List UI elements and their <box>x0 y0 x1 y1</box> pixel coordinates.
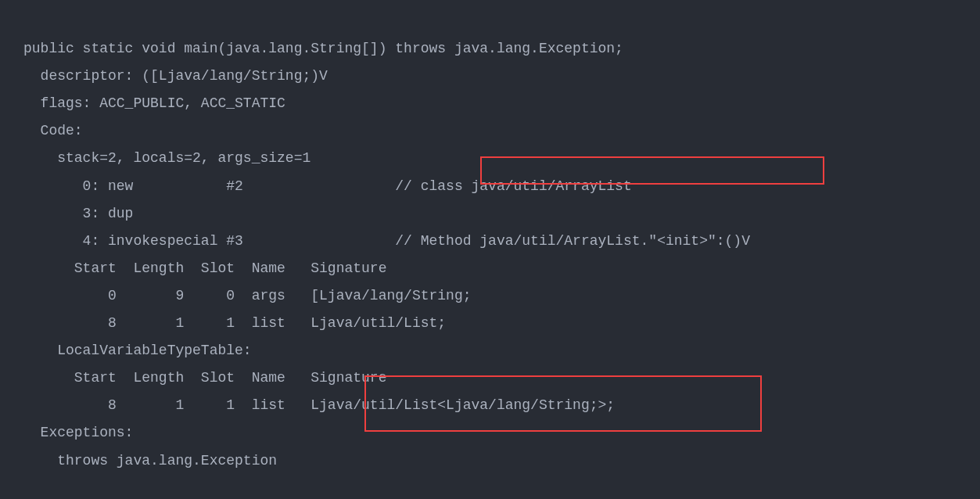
code-line: flags: ACC_PUBLIC, ACC_STATIC <box>23 95 285 111</box>
code-line: Start Length Slot Name Signature <box>23 260 386 276</box>
code-line: stack=2, locals=2, args_size=1 <box>23 150 311 166</box>
bytecode-dump: public static void main(java.lang.String… <box>0 0 980 499</box>
code-line: descriptor: ([Ljava/lang/String;)V <box>23 68 328 84</box>
code-line: 0: new #2 // class java/util/ArrayList <box>23 178 632 194</box>
code-line: 3: dup <box>23 206 133 221</box>
code-line: Start Length Slot Name Signature <box>23 370 386 386</box>
code-line: 8 1 1 list Ljava/util/List; <box>23 315 446 331</box>
code-line: 4: invokespecial #3 // Method java/util/… <box>23 233 750 249</box>
code-line: LocalVariableTypeTable: <box>23 343 252 358</box>
code-line: throws java.lang.Exception <box>23 453 277 468</box>
code-line: 0 9 0 args [Ljava/lang/String; <box>23 288 472 303</box>
code-line: 8 1 1 list Ljava/util/List<Ljava/lang/St… <box>23 397 615 413</box>
code-line: Code: <box>23 123 83 138</box>
code-line: Exceptions: <box>23 425 133 440</box>
code-line: public static void main(java.lang.String… <box>23 41 623 56</box>
